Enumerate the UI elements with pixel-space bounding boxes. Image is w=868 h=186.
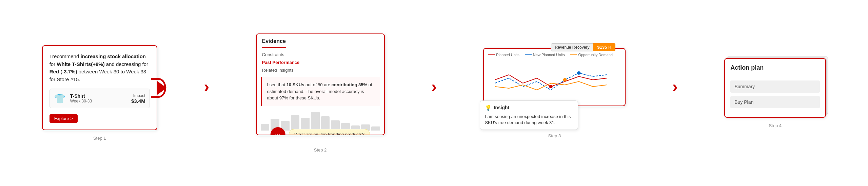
main-container: I recommend increasing stock allocation … bbox=[0, 0, 868, 186]
insight-header-row: 💡 Insight bbox=[485, 104, 573, 112]
dots-icon[interactable]: ··· bbox=[270, 127, 285, 135]
insight-body-text: I am sensing an unexpected increase in t… bbox=[485, 114, 573, 126]
product-info: T-Shirt Week 30-33 bbox=[70, 93, 127, 103]
action-item-buy-plan[interactable]: Buy Plan bbox=[730, 96, 820, 108]
legend-label-new: New Planned Units bbox=[533, 53, 565, 57]
step-2: Evidence Constraints Past Performance Re… bbox=[256, 33, 385, 153]
nav-related-insights[interactable]: Related Insights bbox=[262, 66, 379, 74]
explore-button[interactable]: Explore > bbox=[50, 114, 78, 123]
action-plan-card: Action plan Summary Buy Plan bbox=[724, 58, 826, 118]
nav-constraints[interactable]: Constraints bbox=[262, 51, 379, 59]
product-name: T-Shirt bbox=[70, 93, 127, 99]
step-1: I recommend increasing stock allocation … bbox=[42, 45, 157, 141]
legend-line-new bbox=[525, 54, 532, 55]
mug-decoration bbox=[151, 78, 166, 98]
nav-past-performance[interactable]: Past Performance bbox=[262, 59, 379, 66]
revenue-badge-area: Revenue Recovery $135 K bbox=[551, 43, 615, 51]
evidence-content: I see that 10 SKUs out of 80 are contrib… bbox=[261, 77, 380, 106]
arrow-3: › bbox=[672, 77, 678, 96]
legend-line-planned bbox=[488, 54, 495, 55]
step-4: Action plan Summary Buy Plan Step 4 bbox=[724, 58, 826, 128]
product-row: 👕 T-Shirt Week 30-33 Impact $3.4M bbox=[50, 89, 150, 108]
impact-value: $3.4M bbox=[131, 98, 145, 104]
bar-1 bbox=[261, 124, 270, 131]
step3-label: Step 3 bbox=[483, 133, 626, 138]
evidence-title: Evidence bbox=[262, 38, 286, 48]
planned-line bbox=[495, 75, 607, 87]
arrow-2: › bbox=[431, 77, 437, 96]
action-plan-title: Action plan bbox=[730, 64, 820, 75]
recommendation-card: I recommend increasing stock allocation … bbox=[42, 45, 157, 130]
chart-legend: Planned Units New Planned Units Opportun… bbox=[488, 53, 621, 57]
revenue-value: $135 K bbox=[593, 43, 615, 51]
action-item-summary[interactable]: Summary bbox=[730, 80, 820, 93]
insight-lightbulb-icon: 💡 bbox=[485, 104, 492, 112]
step-3: Revenue Recovery $135 K Planned Units Ne… bbox=[483, 48, 626, 138]
step4-label: Step 4 bbox=[724, 123, 826, 128]
evidence-nav: Constraints Past Performance Related Ins… bbox=[257, 48, 384, 77]
insight-title-text: Insight bbox=[494, 104, 509, 111]
arrow-1: › bbox=[204, 77, 209, 96]
step1-label: Step 1 bbox=[42, 136, 157, 141]
legend-planned: Planned Units bbox=[488, 53, 519, 57]
chat-question[interactable]: What are my top trending products? bbox=[289, 129, 370, 135]
insight-container: Revenue Recovery $135 K Planned Units Ne… bbox=[483, 48, 626, 106]
step2-label: Step 2 bbox=[256, 147, 385, 153]
legend-new-planned: New Planned Units bbox=[525, 53, 565, 57]
insight-bubble: 💡 Insight I am sensing an unexpected inc… bbox=[480, 100, 578, 130]
chat-bubble-area: ··· What are my top trending products? bbox=[270, 127, 370, 135]
impact-label: Impact bbox=[131, 93, 145, 98]
legend-label-planned: Planned Units bbox=[496, 53, 519, 57]
evidence-card: Evidence Constraints Past Performance Re… bbox=[256, 33, 385, 135]
rec-bold-red: Red (-3.7%) bbox=[50, 69, 77, 74]
tshirt-icon: 👕 bbox=[54, 92, 66, 104]
data-point-2 bbox=[563, 78, 567, 82]
chart-card: Planned Units New Planned Units Opportun… bbox=[483, 48, 626, 106]
product-week: Week 30-33 bbox=[70, 99, 127, 103]
data-point-3 bbox=[577, 71, 580, 75]
evidence-header: Evidence bbox=[257, 34, 384, 48]
rec-bold-increasing: increasing stock allocation bbox=[80, 53, 146, 59]
legend-line-opp bbox=[570, 54, 577, 55]
recommendation-text: I recommend increasing stock allocation … bbox=[50, 53, 150, 83]
legend-opportunity: Opportunity Demand bbox=[570, 53, 613, 57]
rec-bold-white: White T-Shirts(+8%) bbox=[57, 61, 104, 67]
data-point-1 bbox=[549, 85, 553, 88]
revenue-recovery-label: Revenue Recovery bbox=[551, 43, 593, 51]
chart-svg bbox=[488, 60, 621, 100]
legend-label-opp: Opportunity Demand bbox=[578, 53, 613, 57]
bar-12 bbox=[371, 126, 380, 131]
